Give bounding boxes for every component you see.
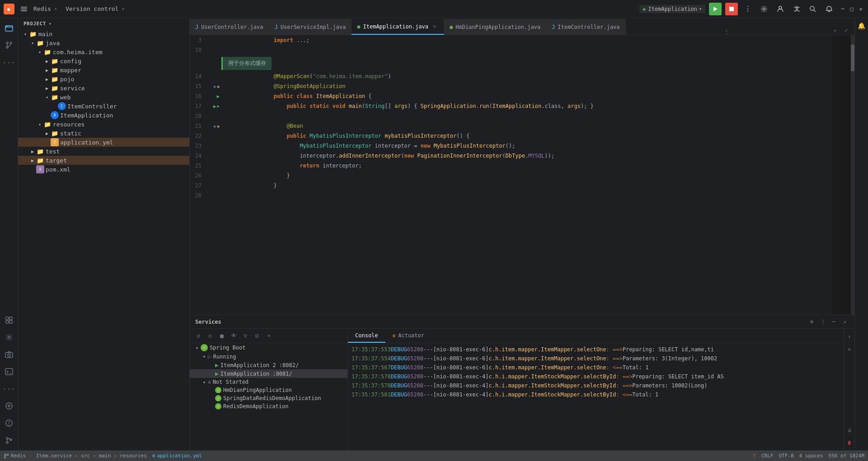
translate-icon[interactable]: 文 [790,3,803,15]
svc-diamond-icon[interactable]: ◇ [205,331,215,341]
run-button[interactable] [709,3,722,15]
version-control[interactable]: Version control ▾ [66,5,126,12]
tab-itemcontroller2[interactable]: J ItemController.java [546,19,626,35]
status-encoding[interactable]: UTF-8 [779,453,793,459]
tree-item-config[interactable]: ▶ 📁 config [18,56,189,65]
stop-button[interactable] [725,3,738,15]
tab-overflow-button[interactable]: ⋮ [720,28,733,35]
tab-userserviceimpl[interactable]: J UserServiceImpl.java [269,19,352,35]
status-item-main[interactable]: main [99,453,111,459]
tree-item-com[interactable]: ▾ 📁 com.heima.item [18,47,189,56]
tab-close-itemapplication[interactable]: ✕ [431,23,438,30]
activity-alert-icon[interactable] [1,415,17,431]
status-error[interactable]: Y [753,453,756,459]
status-indent[interactable]: 4 spaces [799,453,823,459]
editor-settings-icon[interactable]: ✏ [831,26,840,35]
run-gutter-16[interactable]: ▶ [216,93,220,99]
run-config-selector[interactable]: ▶ ItemApplication ▾ [639,5,705,13]
activity-git-icon[interactable] [1,37,17,53]
tree-item-main[interactable]: ▾ 📁 main [18,29,189,38]
search-icon[interactable] [807,3,819,15]
tree-item-static[interactable]: ▶ 📁 static [18,129,189,138]
run-gutter-17a[interactable]: ▶ [213,103,216,109]
status-crlf[interactable]: CRLF [761,453,774,459]
svc-hmdianping[interactable]: ⚡ HmDianPingApplication [190,386,347,394]
status-file[interactable]: application.yml [157,453,202,459]
activity-more2-icon[interactable]: ··· [1,381,17,397]
svc-refresh-icon[interactable]: ↺ [193,331,203,341]
svc-app2[interactable]: ▶ ItemApplication :8081/ [190,369,347,378]
svc-app1[interactable]: ▶ ItemApplication 2 :8082/ [190,361,347,369]
notifications-icon[interactable] [823,3,835,15]
tree-item-mapper[interactable]: ▶ 📁 mapper [18,65,189,75]
redis-label[interactable]: Redis [33,5,51,12]
activity-camera-icon[interactable] [1,346,17,363]
svc-redisdemo[interactable]: ⚡ RedisDemoApplication [190,402,347,410]
scrollbar-track[interactable] [851,35,854,315]
status-position[interactable]: 556 of 1024M [829,453,864,459]
tree-item-yml[interactable]: Y application.yml [18,138,189,147]
tab-usercontroller[interactable]: J UserController.java [190,19,269,35]
status-item-src[interactable]: src [81,453,90,459]
console-delete-icon[interactable]: 🗑 [844,437,855,448]
svc-notstarted-group[interactable]: ▾ ⚙ Not Started [190,378,347,386]
notifications-right-icon[interactable]: 🔔 [856,20,868,32]
tree-item-pom[interactable]: X pom.xml [18,165,189,174]
profile-icon[interactable] [774,3,787,15]
activity-settings-icon[interactable] [1,329,17,345]
panel-expand-icon[interactable]: ↗ [840,317,849,326]
tree-item-itemcontroller[interactable]: C ItemController [18,102,189,111]
activity-more-icon[interactable]: ··· [1,54,17,70]
activity-git2-icon[interactable] [1,398,17,414]
svc-filter-icon[interactable]: ▽ [240,331,250,341]
svc-springboot-group[interactable]: ▾ ⚡ Spring Boot [190,343,347,352]
tree-item-java[interactable]: ▾ 📁 java [18,38,189,47]
activity-services-icon[interactable] [1,312,17,328]
minimize-button[interactable]: ─ [839,5,846,13]
svc-running-group[interactable]: ▾ ▷ Running [190,352,347,361]
svc-view-icon[interactable]: 👁 [229,331,239,341]
svc-stop-icon[interactable]: ■ [217,331,227,341]
console-scroll-up-icon[interactable]: ⬆ [844,331,855,342]
status-branch[interactable]: Redis [4,453,26,459]
tree-item-test[interactable]: ▶ 📁 test [18,147,189,156]
status-item-resources[interactable]: resources [120,453,147,459]
tab-itemapplication[interactable]: ● ItemApplication.java ✕ [352,19,444,35]
run-more-button[interactable]: ⋮ [741,3,754,15]
tree-item-resources[interactable]: ▾ 📁 resources [18,120,189,129]
hamburger-menu[interactable] [18,5,30,13]
tree-item-itemapplication[interactable]: A ItemApplication [18,111,189,120]
console-tab-console[interactable]: Console [348,329,385,343]
console-tab-actuator[interactable]: ⚙ Actuator [385,329,432,343]
code-editor[interactable]: 3 import ...; 10 [190,35,854,315]
svc-layout-icon[interactable]: ⊡ [252,331,262,341]
status-item-service[interactable]: Item-service [36,453,72,459]
maximize-button[interactable]: □ [848,5,855,13]
console-fold-icon[interactable]: ≡ [844,343,855,355]
svc-springdata[interactable]: ⚡ SpringDataRedisDemoApplication [190,394,347,402]
bean-gutter-15[interactable]: ◈ [213,84,216,89]
tree-item-target[interactable]: ▶ 📁 target [18,156,189,165]
activity-folder-icon[interactable] [1,20,17,36]
panel-minimize-icon[interactable]: ─ [829,317,838,326]
svg-point-7 [763,8,765,10]
tree-item-service[interactable]: ▶ 📁 service [18,84,189,93]
scrollbar-thumb[interactable] [851,44,854,71]
editor-checkmark-icon[interactable]: ✓ [842,26,851,35]
run-gutter-15[interactable]: ◈ [217,84,220,89]
run-gutter-17b[interactable]: ▶ [217,104,220,108]
panel-add-icon[interactable]: ⊕ [807,317,816,326]
run-gutter-21b[interactable]: ◈ [217,124,220,129]
settings-icon[interactable] [758,3,770,15]
console-output[interactable]: 17:35:37:553 DEBUG 65208 --- [nio-8081-e… [348,343,844,450]
console-print-icon[interactable]: 🖨 [844,424,855,436]
activity-branch-icon[interactable] [1,432,17,448]
svc-add-icon[interactable]: + [264,331,274,341]
activity-terminal-icon[interactable] [1,363,17,380]
tree-item-pojo[interactable]: ▶ 📁 pojo [18,75,189,84]
panel-more-icon[interactable]: ⋮ [818,317,827,326]
bean-gutter-21[interactable]: ◈ [213,124,216,129]
tree-item-web[interactable]: ▾ 📁 web [18,93,189,102]
close-button[interactable]: ✕ [857,5,864,13]
tab-hmdianping[interactable]: ● HmDianPingApplication.java [444,19,546,35]
